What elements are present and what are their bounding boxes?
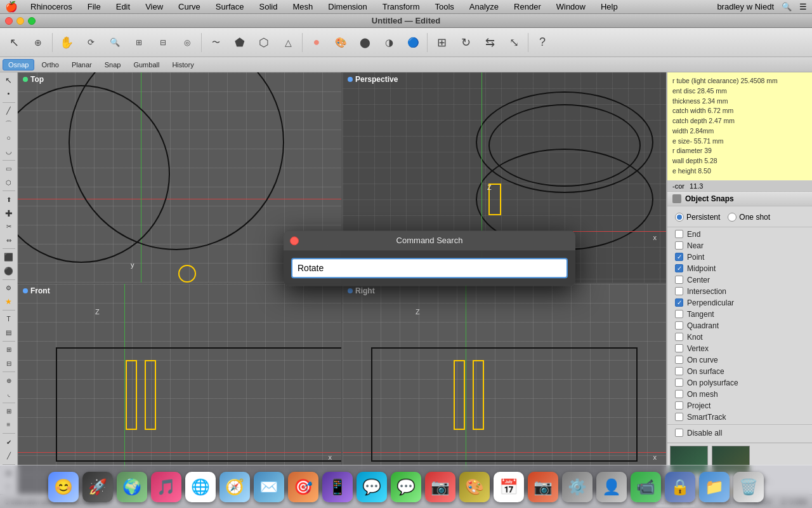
zoom-selected[interactable]: ⊞ xyxy=(128,31,150,54)
snap-btn[interactable]: Snap xyxy=(99,59,127,70)
dimension-tool[interactable]: T xyxy=(1,312,16,325)
snap-checkbox-on-curve[interactable] xyxy=(675,356,683,364)
dock-calendar[interactable]: 📅 xyxy=(494,472,524,502)
search-icon[interactable]: 🔍 xyxy=(782,2,792,11)
polygon-tool[interactable]: ⬡ xyxy=(1,176,16,189)
menu-tools[interactable]: Tools xyxy=(432,2,456,11)
snap-item-on-polysurface[interactable]: On polysurface xyxy=(667,377,812,389)
dock-facetime[interactable]: 📹 xyxy=(631,472,661,502)
menu-rhinoceros[interactable]: Rhinoceros xyxy=(28,2,75,11)
hatch-tool[interactable]: ▤ xyxy=(1,326,16,338)
snap-checkbox-midpoint[interactable] xyxy=(675,264,683,272)
snap-checkbox-project[interactable] xyxy=(675,401,683,410)
sphere-tool[interactable]: ⚫ xyxy=(1,264,16,277)
move-tool[interactable]: ✚ xyxy=(1,206,16,219)
shading-tool[interactable]: ⬤ xyxy=(353,31,376,54)
dock-trash[interactable]: 🗑️ xyxy=(733,472,764,502)
render2-tool[interactable]: ╱ xyxy=(1,449,16,462)
split-tool[interactable]: ⇔ xyxy=(1,234,16,246)
dock-mail[interactable]: ✉️ xyxy=(254,472,284,502)
snap-item-on-curve[interactable]: On curve xyxy=(667,354,812,366)
snap-item-near[interactable]: Near xyxy=(667,240,812,251)
boolean-tool[interactable]: ⊕ xyxy=(1,374,16,387)
zoom-tool[interactable]: ⊕ xyxy=(27,31,49,54)
menu-file[interactable]: File xyxy=(85,2,103,11)
dock-contacts[interactable]: 👤 xyxy=(596,472,627,502)
dock-app7[interactable]: 📷 xyxy=(425,472,455,502)
fillet-tool[interactable]: ◟ xyxy=(1,387,16,400)
pan-tool[interactable]: ✋ xyxy=(55,31,78,54)
snap-item-end[interactable]: End xyxy=(667,229,812,240)
line-tool[interactable]: ╱ xyxy=(1,104,16,117)
shade-ball-tool[interactable]: 🔵 xyxy=(402,31,424,54)
dock-app9[interactable]: 📷 xyxy=(528,472,558,502)
mesh-tool[interactable]: △ xyxy=(277,31,299,54)
explode-tool[interactable]: ★ xyxy=(1,295,16,308)
snap-item-on-surface[interactable]: On surface xyxy=(667,366,812,377)
snap-checkbox-perpendicular[interactable] xyxy=(675,298,683,307)
history-btn[interactable]: History xyxy=(166,59,199,70)
snap-item-knot[interactable]: Knot xyxy=(667,331,812,343)
snap-item-smarttrack[interactable]: SmartTrack xyxy=(667,411,812,423)
transform-tool[interactable]: ⚙ xyxy=(1,282,16,295)
polyline-tool[interactable]: ⌒ xyxy=(1,118,16,131)
snap-checkbox-smarttrack[interactable] xyxy=(675,413,683,421)
dock-launchpad[interactable]: 🚀 xyxy=(82,472,113,502)
help-tool[interactable]: ? xyxy=(531,31,554,54)
gumball-btn[interactable]: Gumball xyxy=(128,59,165,70)
menu-solid[interactable]: Solid xyxy=(257,2,280,11)
snap-checkbox-on-mesh[interactable] xyxy=(675,390,683,398)
disable-all-checkbox[interactable] xyxy=(675,429,683,437)
command-search-input[interactable] xyxy=(291,258,568,278)
dock-skype[interactable]: 💬 xyxy=(357,472,387,502)
arc-tool[interactable]: ◡ xyxy=(1,145,16,157)
dock-app8[interactable]: 🎨 xyxy=(459,472,490,502)
grid-tool[interactable]: ⊞ xyxy=(430,31,453,54)
array-tool[interactable]: ≡ xyxy=(1,418,16,431)
menu-render[interactable]: Render xyxy=(511,2,544,11)
snap-item-center[interactable]: Center xyxy=(667,274,812,286)
snap-item-midpoint[interactable]: Midpoint xyxy=(667,263,812,274)
zoom-window-tool[interactable]: 🔍 xyxy=(103,31,126,54)
one-shot-radio[interactable]: One shot xyxy=(728,213,770,222)
snap-checkbox-vertex[interactable] xyxy=(675,344,683,352)
menu-window[interactable]: Window xyxy=(554,2,588,11)
dock-finder[interactable]: 😊 xyxy=(48,472,79,502)
mirror-tool[interactable]: ⇆ xyxy=(478,31,501,54)
snap-item-project[interactable]: Project xyxy=(667,400,812,411)
dock-app11[interactable]: 🔒 xyxy=(665,472,695,502)
menu-extra-icon[interactable]: ☰ xyxy=(799,2,807,11)
menu-analyze[interactable]: Analyze xyxy=(467,2,501,11)
menu-curve[interactable]: Curve xyxy=(176,2,203,11)
color-wheel-tool[interactable]: 🎨 xyxy=(329,31,352,54)
persistent-radio[interactable]: Persistent xyxy=(675,213,720,222)
viewport-right[interactable]: x Z y Right xyxy=(343,284,666,494)
snap-item-on-mesh[interactable]: On mesh xyxy=(667,389,812,400)
rotate3d-tool[interactable]: ↻ xyxy=(454,31,477,54)
maximize-button[interactable] xyxy=(28,17,36,25)
snap-item-quadrant[interactable]: Quadrant xyxy=(667,320,812,331)
snap-checkbox-point[interactable] xyxy=(675,253,683,261)
trim-tool[interactable]: ✂ xyxy=(1,220,16,233)
menu-edit[interactable]: Edit xyxy=(114,2,133,11)
dock-safari[interactable]: 🧭 xyxy=(219,472,250,502)
disable-all-row[interactable]: Disable all xyxy=(667,426,812,440)
menu-mesh[interactable]: Mesh xyxy=(291,2,316,11)
zoom-all[interactable]: ⊟ xyxy=(152,31,174,54)
menu-transform[interactable]: Transform xyxy=(380,2,422,11)
dock-app10[interactable]: ⚙️ xyxy=(562,472,593,502)
planar-btn[interactable]: Planar xyxy=(66,59,98,70)
dialog-close-button[interactable]: ✕ xyxy=(290,236,299,245)
snap-checkbox-knot[interactable] xyxy=(675,333,683,341)
menu-view[interactable]: View xyxy=(143,2,166,11)
dock-maps[interactable]: 🌍 xyxy=(117,472,147,502)
snap-item-tangent[interactable]: Tangent xyxy=(667,309,812,320)
box-tool[interactable]: ⬛ xyxy=(1,251,16,264)
surface-tool[interactable]: ⬟ xyxy=(228,31,251,54)
dock-messages[interactable]: 💬 xyxy=(391,472,421,502)
block-tool[interactable]: ⊟ xyxy=(1,357,16,370)
mirror2-tool[interactable]: ⊞ xyxy=(1,404,16,417)
ortho-btn[interactable]: Ortho xyxy=(36,59,65,70)
menu-dimension[interactable]: Dimension xyxy=(325,2,369,11)
menu-surface[interactable]: Surface xyxy=(213,2,247,11)
